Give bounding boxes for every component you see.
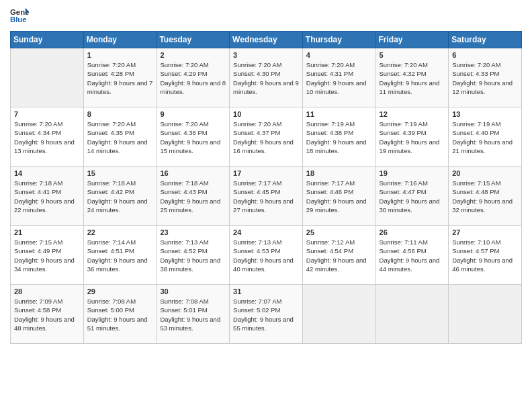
sunset-text: Sunset: 4:42 PM bbox=[87, 188, 134, 195]
calendar-cell: 1 Sunrise: 7:20 AM Sunset: 4:28 PM Dayli… bbox=[83, 48, 157, 107]
calendar-cell: 28 Sunrise: 7:09 AM Sunset: 4:58 PM Dayl… bbox=[11, 285, 84, 344]
sunrise-text: Sunrise: 7:20 AM bbox=[233, 61, 281, 68]
sunset-text: Sunset: 4:49 PM bbox=[14, 247, 61, 255]
sunrise-text: Sunrise: 7:11 AM bbox=[380, 238, 428, 246]
day-number: 6 bbox=[452, 51, 518, 59]
daylight-text: Daylight: 9 hours and 29 minutes. bbox=[306, 197, 367, 214]
weekday-header: Tuesday bbox=[157, 32, 230, 48]
sunrise-text: Sunrise: 7:18 AM bbox=[87, 179, 136, 187]
weekday-header: Saturday bbox=[449, 32, 522, 48]
day-number: 13 bbox=[452, 110, 518, 118]
day-number: 31 bbox=[233, 287, 299, 295]
daylight-text: Daylight: 9 hours and 30 minutes. bbox=[380, 197, 440, 214]
day-info: Sunrise: 7:20 AM Sunset: 4:30 PM Dayligh… bbox=[233, 60, 299, 96]
day-info: Sunrise: 7:14 AM Sunset: 4:51 PM Dayligh… bbox=[87, 238, 153, 273]
day-info: Sunrise: 7:20 AM Sunset: 4:33 PM Dayligh… bbox=[452, 60, 518, 96]
day-info: Sunrise: 7:08 AM Sunset: 5:01 PM Dayligh… bbox=[160, 297, 226, 332]
daylight-text: Daylight: 9 hours and 48 minutes. bbox=[14, 316, 75, 332]
calendar-cell: 15 Sunrise: 7:18 AM Sunset: 4:42 PM Dayl… bbox=[83, 167, 157, 226]
sunset-text: Sunset: 4:29 PM bbox=[160, 70, 207, 77]
sunrise-text: Sunrise: 7:08 AM bbox=[87, 298, 136, 305]
daylight-text: Daylight: 9 hours and 32 minutes. bbox=[452, 197, 513, 214]
sunset-text: Sunset: 5:00 PM bbox=[87, 306, 134, 314]
daylight-text: Daylight: 9 hours and 51 minutes. bbox=[87, 316, 148, 332]
day-number: 5 bbox=[380, 51, 445, 59]
calendar-week-row: 21 Sunrise: 7:15 AM Sunset: 4:49 PM Dayl… bbox=[11, 226, 522, 285]
sunset-text: Sunset: 4:31 PM bbox=[306, 70, 353, 77]
daylight-text: Daylight: 9 hours and 11 minutes. bbox=[380, 79, 440, 95]
sunset-text: Sunset: 5:02 PM bbox=[233, 306, 280, 314]
day-number: 30 bbox=[160, 287, 226, 295]
day-info: Sunrise: 7:17 AM Sunset: 4:46 PM Dayligh… bbox=[306, 179, 372, 214]
calendar-cell: 5 Sunrise: 7:20 AM Sunset: 4:32 PM Dayli… bbox=[375, 48, 449, 107]
sunset-text: Sunset: 5:01 PM bbox=[160, 306, 207, 314]
day-number: 19 bbox=[380, 169, 445, 177]
day-number: 29 bbox=[87, 287, 153, 295]
day-info: Sunrise: 7:20 AM Sunset: 4:31 PM Dayligh… bbox=[306, 60, 372, 96]
day-info: Sunrise: 7:18 AM Sunset: 4:43 PM Dayligh… bbox=[160, 179, 226, 214]
calendar-week-row: 1 Sunrise: 7:20 AM Sunset: 4:28 PM Dayli… bbox=[11, 48, 522, 107]
day-info: Sunrise: 7:18 AM Sunset: 4:42 PM Dayligh… bbox=[87, 179, 153, 214]
sunset-text: Sunset: 4:58 PM bbox=[14, 306, 61, 314]
calendar-week-row: 7 Sunrise: 7:20 AM Sunset: 4:34 PM Dayli… bbox=[11, 107, 522, 167]
sunset-text: Sunset: 4:57 PM bbox=[452, 247, 499, 255]
sunrise-text: Sunrise: 7:19 AM bbox=[380, 120, 428, 128]
daylight-text: Daylight: 9 hours and 25 minutes. bbox=[160, 197, 220, 214]
sunset-text: Sunset: 4:36 PM bbox=[160, 129, 207, 136]
daylight-text: Daylight: 9 hours and 22 minutes. bbox=[14, 197, 75, 214]
sunrise-text: Sunrise: 7:13 AM bbox=[233, 238, 281, 246]
calendar-cell: 6 Sunrise: 7:20 AM Sunset: 4:33 PM Dayli… bbox=[449, 48, 522, 107]
calendar-cell: 23 Sunrise: 7:13 AM Sunset: 4:52 PM Dayl… bbox=[157, 226, 230, 285]
daylight-text: Daylight: 9 hours and 10 minutes. bbox=[306, 79, 367, 95]
day-number: 27 bbox=[452, 228, 518, 236]
sunset-text: Sunset: 4:37 PM bbox=[233, 129, 280, 136]
daylight-text: Daylight: 9 hours and 42 minutes. bbox=[306, 257, 367, 273]
day-number: 21 bbox=[14, 228, 80, 236]
sunrise-text: Sunrise: 7:15 AM bbox=[14, 238, 62, 246]
day-info: Sunrise: 7:17 AM Sunset: 4:45 PM Dayligh… bbox=[233, 179, 299, 214]
calendar-cell: 19 Sunrise: 7:16 AM Sunset: 4:47 PM Dayl… bbox=[375, 167, 449, 226]
sunset-text: Sunset: 4:47 PM bbox=[380, 188, 427, 195]
day-number: 4 bbox=[306, 51, 372, 59]
sunrise-text: Sunrise: 7:10 AM bbox=[452, 238, 500, 246]
sunrise-text: Sunrise: 7:20 AM bbox=[380, 61, 428, 68]
day-number: 23 bbox=[160, 228, 226, 236]
sunset-text: Sunset: 4:35 PM bbox=[87, 129, 134, 136]
calendar-body: 1 Sunrise: 7:20 AM Sunset: 4:28 PM Dayli… bbox=[11, 48, 522, 344]
daylight-text: Daylight: 9 hours and 46 minutes. bbox=[452, 257, 513, 273]
calendar-cell: 29 Sunrise: 7:08 AM Sunset: 5:00 PM Dayl… bbox=[83, 285, 157, 344]
calendar-week-row: 14 Sunrise: 7:18 AM Sunset: 4:41 PM Dayl… bbox=[11, 167, 522, 226]
daylight-text: Daylight: 9 hours and 12 minutes. bbox=[452, 79, 513, 95]
day-info: Sunrise: 7:20 AM Sunset: 4:32 PM Dayligh… bbox=[380, 60, 445, 96]
calendar-cell: 31 Sunrise: 7:07 AM Sunset: 5:02 PM Dayl… bbox=[230, 285, 303, 344]
calendar-cell: 13 Sunrise: 7:19 AM Sunset: 4:40 PM Dayl… bbox=[449, 107, 522, 167]
day-number: 3 bbox=[233, 51, 299, 59]
sunrise-text: Sunrise: 7:18 AM bbox=[14, 179, 62, 187]
daylight-text: Daylight: 9 hours and 7 minutes. bbox=[87, 79, 153, 95]
day-number: 18 bbox=[306, 169, 372, 177]
sunset-text: Sunset: 4:39 PM bbox=[380, 129, 427, 136]
sunset-text: Sunset: 4:45 PM bbox=[233, 188, 280, 195]
day-info: Sunrise: 7:08 AM Sunset: 5:00 PM Dayligh… bbox=[87, 297, 153, 332]
logo-icon: General Blue bbox=[10, 7, 29, 26]
sunrise-text: Sunrise: 7:17 AM bbox=[306, 179, 355, 187]
day-number: 28 bbox=[14, 287, 80, 295]
day-info: Sunrise: 7:11 AM Sunset: 4:56 PM Dayligh… bbox=[380, 238, 445, 273]
sunrise-text: Sunrise: 7:13 AM bbox=[160, 238, 208, 246]
sunset-text: Sunset: 4:51 PM bbox=[87, 247, 134, 255]
sunrise-text: Sunrise: 7:19 AM bbox=[306, 120, 355, 128]
day-info: Sunrise: 7:19 AM Sunset: 4:40 PM Dayligh… bbox=[452, 120, 518, 155]
day-number: 2 bbox=[160, 51, 226, 59]
daylight-text: Daylight: 9 hours and 34 minutes. bbox=[14, 257, 75, 273]
calendar-cell: 30 Sunrise: 7:08 AM Sunset: 5:01 PM Dayl… bbox=[157, 285, 230, 344]
sunrise-text: Sunrise: 7:19 AM bbox=[452, 120, 500, 128]
sunset-text: Sunset: 4:30 PM bbox=[233, 70, 280, 77]
daylight-text: Daylight: 9 hours and 53 minutes. bbox=[160, 316, 220, 332]
day-info: Sunrise: 7:20 AM Sunset: 4:28 PM Dayligh… bbox=[87, 60, 153, 96]
day-number: 1 bbox=[87, 51, 153, 59]
daylight-text: Daylight: 9 hours and 13 minutes. bbox=[14, 138, 75, 154]
sunset-text: Sunset: 4:41 PM bbox=[14, 188, 61, 195]
weekday-header: Sunday bbox=[11, 32, 84, 48]
day-info: Sunrise: 7:13 AM Sunset: 4:52 PM Dayligh… bbox=[160, 238, 226, 273]
calendar-cell: 24 Sunrise: 7:13 AM Sunset: 4:53 PM Dayl… bbox=[230, 226, 303, 285]
